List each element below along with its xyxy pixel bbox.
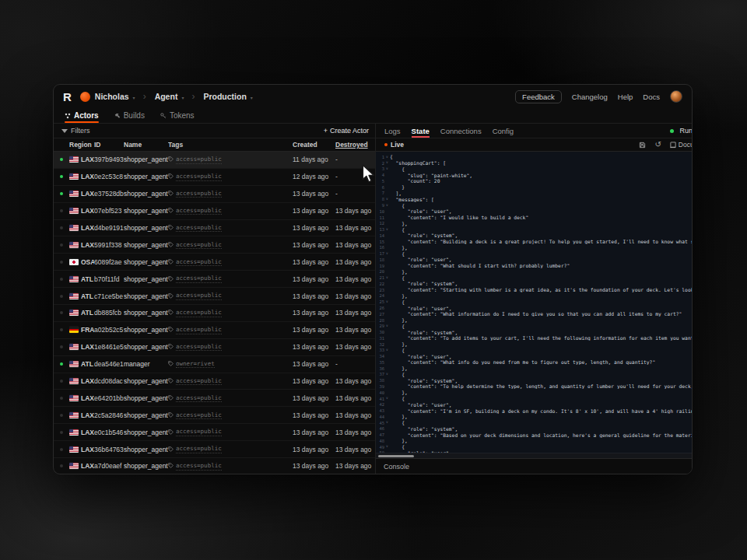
tab-state[interactable]: State bbox=[412, 124, 430, 138]
state-json-editor[interactable]: 1∨{2∨ "shoppingCart": [3∨ {4 "slug": "pa… bbox=[376, 152, 693, 453]
code-line: 5 "count": 20 bbox=[376, 178, 693, 184]
chevron-down-icon[interactable]: ▾ bbox=[133, 95, 135, 100]
fold-chevron-icon[interactable]: ∨ bbox=[384, 228, 390, 232]
table-row[interactable]: LAX0e2c53c8shopper_agentaccess=public12 … bbox=[54, 169, 375, 186]
line-number: 15 bbox=[376, 240, 384, 244]
region-code: LAX bbox=[81, 446, 94, 453]
feedback-button[interactable]: Feedback bbox=[515, 90, 562, 103]
fold-chevron-icon[interactable]: ∨ bbox=[384, 421, 390, 425]
line-number: 8 bbox=[376, 197, 384, 201]
region-code: LAX bbox=[81, 241, 94, 249]
column-header-tags[interactable]: Tags bbox=[168, 141, 293, 149]
fold-chevron-icon[interactable]: ∨ bbox=[384, 276, 390, 280]
column-header-destroyed[interactable]: Destroyed bbox=[335, 141, 375, 149]
table-row[interactable]: ATLc71ce5beshopper_agentaccess=public13 … bbox=[54, 288, 375, 305]
create-actor-button[interactable]: + Create Actor bbox=[324, 127, 369, 135]
table-row[interactable]: LAXe64201bbshopper_agentaccess=public13 … bbox=[54, 390, 375, 407]
tab-logs[interactable]: Logs bbox=[384, 124, 401, 138]
code-text: "role": "system", bbox=[390, 378, 693, 383]
fold-chevron-icon[interactable]: ∨ bbox=[384, 156, 390, 159]
actor-id: a7d0eaef bbox=[94, 462, 124, 470]
code-line: 34 "role": "user", bbox=[376, 353, 693, 359]
table-row[interactable]: LAXdcd08dacshopper_agentaccess=public13 … bbox=[54, 373, 375, 390]
created-cell: 13 days ago bbox=[293, 411, 335, 419]
table-row[interactable]: FRAa02b52c5shopper_agentaccess=public13 … bbox=[54, 322, 375, 339]
created-cell: 13 days ago bbox=[293, 207, 335, 215]
table-row[interactable]: ATLb70f11fdshopper_agentaccess=public13 … bbox=[54, 271, 375, 288]
table-row[interactable]: LAX397b9493shopper_agentaccess=public11 … bbox=[54, 152, 375, 169]
column-header-created[interactable]: Created bbox=[293, 141, 335, 149]
column-header-name[interactable]: Name bbox=[124, 141, 168, 149]
line-number: 48 bbox=[376, 439, 384, 443]
help-link[interactable]: Help bbox=[618, 93, 633, 101]
tags-cell: access=public bbox=[168, 428, 293, 436]
undo-icon[interactable]: ↺ bbox=[654, 141, 661, 149]
breadcrumb-environment[interactable]: Production bbox=[203, 92, 246, 101]
region-code: LAX bbox=[81, 343, 94, 351]
console-bar[interactable]: Console ∨ bbox=[376, 458, 693, 474]
tab-tokens[interactable]: Tokens bbox=[160, 108, 195, 123]
chevron-down-icon[interactable]: ▾ bbox=[181, 95, 184, 100]
breadcrumb-project[interactable]: Agent bbox=[155, 92, 178, 101]
table-row[interactable]: LAXa7d0eaefshopper_agentaccess=public13 … bbox=[54, 458, 375, 474]
code-text: { bbox=[390, 154, 693, 159]
fold-chevron-icon[interactable]: ∨ bbox=[384, 300, 390, 304]
tag-label: access=public bbox=[176, 207, 222, 215]
fold-chevron-icon[interactable]: ∨ bbox=[384, 204, 390, 208]
fold-chevron-icon[interactable]: ∨ bbox=[384, 445, 390, 449]
code-text: "role": "system", bbox=[390, 281, 693, 286]
column-header-region[interactable]: Region bbox=[69, 141, 94, 149]
breadcrumb-user[interactable]: Nicholas bbox=[95, 92, 129, 101]
tab-connections[interactable]: Connections bbox=[440, 124, 482, 138]
tab-builds[interactable]: Builds bbox=[114, 108, 145, 123]
fold-chevron-icon[interactable]: ∨ bbox=[384, 348, 390, 352]
created-cell: 13 days ago bbox=[293, 309, 335, 317]
table-row[interactable]: LAX1e8461e5shopper_agentaccess=public13 … bbox=[54, 339, 375, 356]
tags-cell: access=public bbox=[168, 411, 293, 420]
table-row[interactable]: LAXe0c1b546shopper_agentaccess=public13 … bbox=[54, 424, 375, 441]
tag-label: access=public bbox=[176, 428, 222, 436]
line-number: 42 bbox=[376, 402, 384, 407]
fold-chevron-icon[interactable]: ∨ bbox=[384, 167, 390, 171]
horizontal-scrollbar-thumb[interactable] bbox=[378, 455, 414, 458]
line-number: 4 bbox=[376, 173, 384, 177]
tab-label: Tokens bbox=[170, 111, 195, 120]
us-flag-icon bbox=[69, 225, 79, 231]
fold-chevron-icon[interactable]: ∨ bbox=[384, 373, 390, 376]
fold-chevron-icon[interactable]: ∨ bbox=[384, 324, 390, 328]
changelog-link[interactable]: Changelog bbox=[572, 93, 608, 101]
code-text: }, bbox=[390, 438, 693, 443]
status-cell bbox=[54, 448, 69, 451]
status-cell bbox=[54, 192, 69, 195]
line-number: 25 bbox=[376, 299, 384, 304]
filters-button[interactable]: Filters bbox=[54, 127, 90, 135]
table-row[interactable]: OSA6089f2aeshopper_agentaccess=public13 … bbox=[54, 254, 375, 271]
tag-label: access=public bbox=[176, 173, 222, 181]
chevron-down-icon[interactable]: ▾ bbox=[251, 95, 253, 100]
documentation-link[interactable]: Documentation bbox=[670, 141, 693, 149]
table-row[interactable]: ATLdea546e1managerowner=rivet13 days ago… bbox=[54, 356, 375, 373]
table-row[interactable]: ATLdb885fcbshopper_agentaccess=public13 … bbox=[54, 305, 375, 322]
created-cell: 13 days ago bbox=[293, 462, 335, 470]
column-header-id[interactable]: ID bbox=[94, 141, 124, 149]
table-row[interactable]: LAX36b64763shopper_agentaccess=public13 … bbox=[54, 441, 375, 458]
fold-chevron-icon[interactable]: ∨ bbox=[384, 397, 390, 401]
tab-config[interactable]: Config bbox=[493, 124, 514, 138]
table-row[interactable]: LAX2c5a2846shopper_agentaccess=public13 … bbox=[54, 407, 375, 424]
table-row[interactable]: LAXd4be9191shopper_agentaccess=public13 … bbox=[54, 220, 375, 237]
user-avatar[interactable] bbox=[670, 90, 682, 103]
destroyed-cell: 13 days ago bbox=[335, 309, 375, 317]
fold-chevron-icon[interactable]: ∨ bbox=[384, 198, 390, 201]
tab-actors[interactable]: Actors bbox=[65, 108, 99, 123]
fold-chevron-icon[interactable]: ∨ bbox=[384, 252, 390, 256]
line-number: 33 bbox=[376, 348, 384, 352]
destroyed-cell: 13 days ago bbox=[335, 394, 375, 402]
table-row[interactable]: LAXe37528dbshopper_agentaccess=public13 … bbox=[54, 186, 375, 203]
docs-link[interactable]: Docs bbox=[643, 93, 660, 101]
table-row[interactable]: LAX07ebf523shopper_agentaccess=public13 … bbox=[54, 203, 375, 220]
status-cell bbox=[54, 345, 69, 348]
fold-chevron-icon[interactable]: ∨ bbox=[384, 161, 390, 165]
table-row[interactable]: LAX5991f338shopper_agentaccess=public13 … bbox=[54, 236, 375, 254]
save-icon[interactable] bbox=[639, 142, 646, 149]
horizontal-scrollbar[interactable] bbox=[376, 453, 693, 458]
